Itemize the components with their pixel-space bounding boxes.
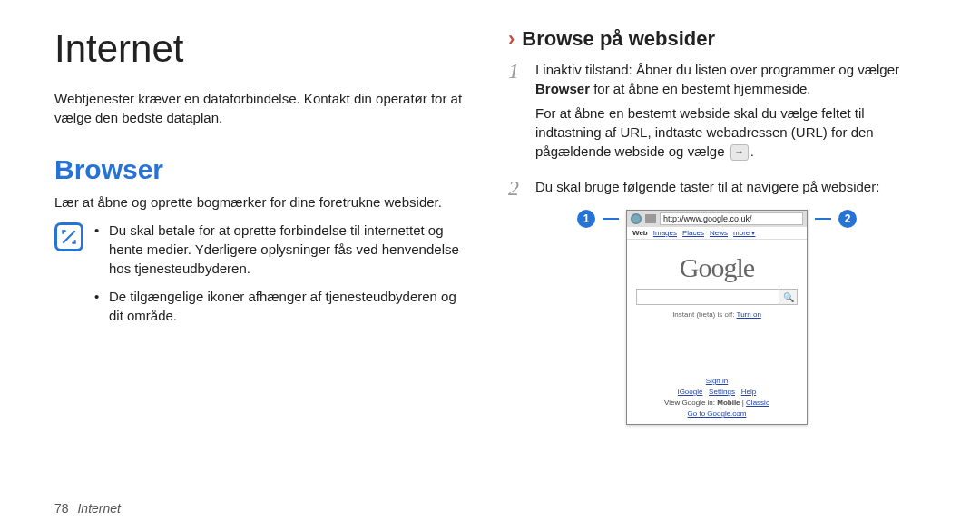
note-icon (54, 222, 83, 251)
subsection-title: Browse på websider (522, 27, 715, 51)
callout-badge-2: 2 (838, 210, 857, 228)
section-description: Lær at åbne og oprette bogmærker for din… (54, 192, 472, 212)
page-title: Internet (54, 27, 472, 71)
step-2: 2 Du skal bruge følgende taster til at n… (508, 177, 926, 199)
phone-footer: Sign in iGoogle Settings Help View Googl… (627, 373, 807, 424)
chevron-right-icon: › (508, 27, 514, 51)
subsection-header: › Browse på websider (508, 27, 926, 51)
goto-link: Go to Google.com (631, 409, 803, 418)
tab-web: Web (632, 229, 648, 237)
tab-news: News (710, 229, 728, 237)
step1-bold: Browser (535, 81, 590, 96)
note-block: Du skal betale for at oprette forbindels… (54, 221, 472, 334)
footer-section: Internet (77, 501, 120, 516)
view-classic: Classic (746, 399, 769, 407)
note-bullet-2: De tilgængelige ikoner afhænger af tjene… (94, 287, 472, 325)
note-bullet-list: Du skal betale for at oprette forbindels… (94, 221, 472, 334)
step-1: 1 I inaktiv tilstand: Åbner du listen ov… (508, 60, 926, 166)
globe-icon (631, 213, 642, 224)
step-number-2: 2 (508, 177, 526, 199)
windows-icon (645, 214, 656, 223)
phone-url-bar: http://www.google.co.uk/ (627, 211, 807, 227)
callout-badge-1: 1 (577, 210, 595, 228)
signin-link: Sign in (631, 377, 803, 385)
footer-link-help: Help (741, 388, 756, 396)
url-field: http://www.google.co.uk/ (660, 212, 803, 225)
step1-text-b: for at åbne en bestemt hjemmeside. (590, 81, 810, 96)
search-input-box (636, 289, 779, 305)
step1-text-a: I inaktiv tilstand: Åbner du listen over… (535, 62, 899, 77)
page-number: 78 (54, 501, 69, 516)
footer-link-igoogle: iGoogle (678, 388, 703, 396)
tab-images: Images (653, 229, 677, 237)
tab-more: more ▾ (733, 229, 755, 237)
step1-p2-end: . (750, 143, 754, 159)
view-prefix: View Google in: (664, 399, 717, 407)
page-footer: 78 Internet (54, 501, 121, 516)
tab-places: Places (682, 229, 704, 237)
instant-text: Instant (beta) is off: Turn on (627, 310, 807, 319)
instant-link: Turn on (737, 310, 761, 319)
google-logo: Google (680, 252, 754, 282)
phone-screenshot: http://www.google.co.uk/ Web Images Plac… (626, 210, 808, 425)
step-2-text: Du skal bruge følgende taster til at nav… (535, 177, 926, 196)
google-search: 🔍 (636, 289, 798, 305)
step-1-text: I inaktiv tilstand: Åbner du listen over… (535, 60, 926, 166)
callout-line-right (815, 218, 831, 220)
phone-tabs: Web Images Places News more ▾ (627, 227, 807, 240)
view-mode-row: View Google in: Mobile | Classic (631, 399, 803, 407)
step-number-1: 1 (508, 60, 526, 82)
section-title-browser: Browser (54, 154, 472, 185)
instant-prefix: Instant (beta) is off: (672, 310, 736, 319)
step1-p2: For at åbne en bestemt webside skal du v… (535, 105, 874, 159)
intro-text: Webtjenester kræver en dataforbindelse. … (54, 89, 472, 127)
callout-line-left (603, 218, 619, 220)
view-mobile: Mobile (717, 399, 740, 407)
go-arrow-icon (730, 144, 749, 161)
note-bullet-1: Du skal betale for at oprette forbindels… (94, 221, 472, 278)
screenshot-with-callouts: 1 http://www.google.co.uk/ Web Images Pl… (508, 210, 926, 425)
search-button-icon: 🔍 (779, 289, 798, 305)
footer-link-settings: Settings (709, 388, 735, 396)
footer-links-row: iGoogle Settings Help (631, 388, 803, 396)
